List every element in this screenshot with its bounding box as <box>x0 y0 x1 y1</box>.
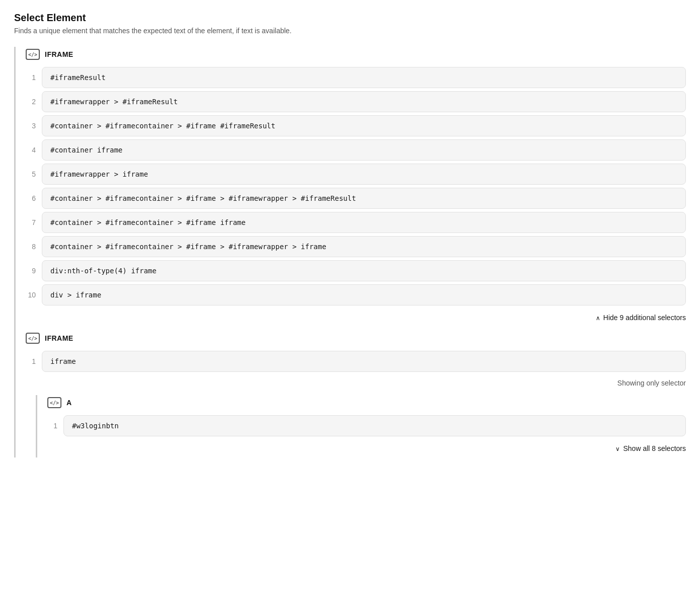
selector-value: iframe <box>42 351 686 372</box>
row-num: 4 <box>26 146 36 154</box>
row-num: 1 <box>47 422 57 430</box>
selector-row-1-2: 2 #iframewrapper > #iframeResult <box>26 91 686 112</box>
selector-row-1-4: 4 #container iframe <box>26 139 686 161</box>
selector-value: #container > #iframecontainer > #iframe … <box>42 188 686 209</box>
row-num: 5 <box>26 170 36 178</box>
row-num: 6 <box>26 194 36 202</box>
selector-value: #container iframe <box>42 139 686 161</box>
code-icon-1: </> <box>26 49 40 60</box>
page-subtitle: Finds a unique element that matches the … <box>14 27 686 35</box>
selector-row-1-3: 3 #container > #iframecontainer > #ifram… <box>26 115 686 136</box>
section-tag-2: IFRAME <box>45 334 74 342</box>
selector-value: #iframewrapper > iframe <box>42 164 686 185</box>
code-icon-nested: </> <box>47 397 61 408</box>
selector-value: #w3loginbtn <box>63 415 686 436</box>
row-num: 1 <box>26 357 36 365</box>
selector-row-1-8: 8 #container > #iframecontainer > #ifram… <box>26 236 686 257</box>
section-header-2: </> IFRAME <box>26 331 686 346</box>
row-num: 7 <box>26 218 36 226</box>
selector-row-1-6: 6 #container > #iframecontainer > #ifram… <box>26 188 686 209</box>
selector-row-nested-1: 1 #w3loginbtn <box>47 415 686 436</box>
selector-row-1-5: 5 #iframewrapper > iframe <box>26 164 686 185</box>
section-iframe-1: </> IFRAME 1 #iframeResult 2 #iframewrap… <box>26 47 686 327</box>
selector-value: #container > #iframecontainer > #iframe … <box>42 115 686 136</box>
chevron-down-icon <box>615 444 620 452</box>
section-tag-1: IFRAME <box>45 50 74 58</box>
show-selectors-label: Show all 8 selectors <box>623 444 686 452</box>
show-selectors-button[interactable]: Show all 8 selectors <box>615 444 686 452</box>
row-num: 10 <box>26 291 36 299</box>
row-num: 8 <box>26 243 36 251</box>
selector-row-1-10: 10 div > iframe <box>26 284 686 305</box>
selector-value: #container > #iframecontainer > #iframe … <box>42 212 686 233</box>
hide-toggle-row-1: Hide 9 additional selectors <box>26 309 686 327</box>
row-num: 3 <box>26 122 36 130</box>
section-header-1: </> IFRAME <box>26 47 686 62</box>
selector-row-1-9: 9 div:nth-of-type(4) iframe <box>26 260 686 281</box>
hide-selectors-button[interactable]: Hide 9 additional selectors <box>596 314 686 322</box>
row-num: 9 <box>26 267 36 275</box>
nested-section-a: </> A 1 #w3loginbtn Show all 8 selectors <box>36 395 686 457</box>
selector-value: #iframewrapper > #iframeResult <box>42 91 686 112</box>
selector-value: div:nth-of-type(4) iframe <box>42 260 686 281</box>
page-title: Select Element <box>14 12 686 24</box>
chevron-up-icon <box>596 314 600 322</box>
selector-row-1-1: 1 #iframeResult <box>26 67 686 88</box>
section-tag-nested: A <box>66 399 72 407</box>
hide-selectors-label: Hide 9 additional selectors <box>603 314 686 322</box>
selector-row-2-1: 1 iframe <box>26 351 686 372</box>
main-content: </> IFRAME 1 #iframeResult 2 #iframewrap… <box>14 47 686 457</box>
selector-row-1-7: 7 #container > #iframecontainer > #ifram… <box>26 212 686 233</box>
row-num: 2 <box>26 98 36 106</box>
selector-value: #container > #iframecontainer > #iframe … <box>42 236 686 257</box>
show-toggle-row: Show all 8 selectors <box>47 439 686 457</box>
section-header-nested: </> A <box>47 395 686 410</box>
section-iframe-2: </> IFRAME 1 iframe Showing only selecto… <box>26 331 686 457</box>
showing-only-label: Showing only selector <box>26 375 686 391</box>
selector-value: div > iframe <box>42 284 686 305</box>
selector-value: #iframeResult <box>42 67 686 88</box>
code-icon-2: </> <box>26 333 40 344</box>
row-num: 1 <box>26 73 36 82</box>
